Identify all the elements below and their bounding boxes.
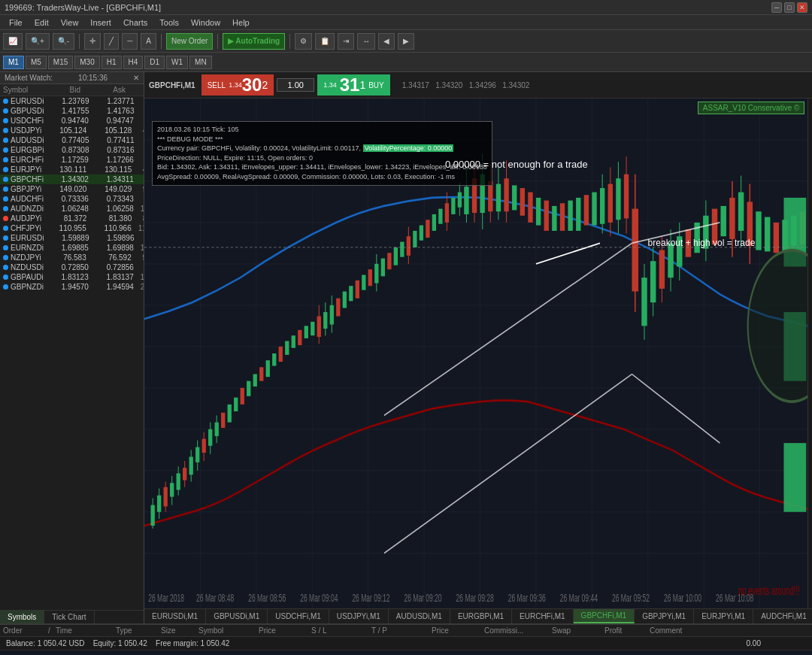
market-watch-row[interactable]: EURJPYi 130.111 130.115 4 xyxy=(0,165,144,174)
text-button[interactable]: A xyxy=(141,33,156,50)
price-axis: 1.34365 1.34340 1.34302 1.34240 1.34215 … xyxy=(807,99,812,608)
mw-close-icon[interactable]: ✕ xyxy=(133,74,139,82)
zoom-in-button[interactable]: 🔍+ xyxy=(26,33,50,50)
market-watch-row[interactable]: GBPCHFi 1.34302 1.34311 9 xyxy=(0,174,144,184)
market-watch-row[interactable]: EURCHFi 1.17259 1.17266 7 xyxy=(0,155,144,165)
market-watch-row[interactable]: GBPAUDi 1.83123 1.83137 14 xyxy=(0,272,144,282)
col-profit[interactable]: Profit xyxy=(604,626,650,635)
close-button[interactable]: ✕ xyxy=(797,2,807,13)
market-watch-row[interactable]: GBPJPYi 149.020 149.029 9 xyxy=(0,184,144,194)
chart-tab-gbpchf[interactable]: GBPCHFi,M1 xyxy=(574,609,635,623)
menu-tools[interactable]: Tools xyxy=(153,18,185,27)
bid-cell: 81.372 xyxy=(41,214,86,223)
crosshair-button[interactable]: ✛ xyxy=(84,33,101,50)
chart-scroll-left[interactable]: ◀ xyxy=(378,33,395,50)
chart-tab-gbpusd[interactable]: GBPUSDi,M1 xyxy=(206,609,268,623)
svg-rect-71 xyxy=(368,269,372,286)
mw-tab-symbols[interactable]: Symbols xyxy=(0,611,44,623)
lot-input[interactable] xyxy=(280,80,311,89)
chart-tab-eurusd[interactable]: EURUSDi,M1 xyxy=(144,609,206,623)
mw-col-bid: Bid xyxy=(35,86,80,94)
timeframe-toolbar: M1 M5 M15 M30 H1 H4 D1 W1 MN xyxy=(0,53,812,72)
balance-row: Balance: 1 050.42 USD Equity: 1 050.42 F… xyxy=(0,637,812,650)
menu-view[interactable]: View xyxy=(55,18,85,27)
maximize-button[interactable]: □ xyxy=(784,2,795,13)
new-order-button[interactable]: New Order xyxy=(166,33,213,50)
market-watch-row[interactable]: AUDUSDi 0.77405 0.77411 6 xyxy=(0,135,144,145)
market-watch-row[interactable]: CHFJPYi 110.955 110.966 11 xyxy=(0,223,144,233)
col-price2[interactable]: Price xyxy=(432,626,484,635)
market-watch-row[interactable]: NZDJPYi 76.583 76.592 9 xyxy=(0,253,144,262)
market-watch-row[interactable]: EURUSDi 1.23769 1.23771 2 xyxy=(0,96,144,106)
svg-rect-54 xyxy=(279,347,283,362)
chart-tab-audusd[interactable]: AUDUSDi,M1 xyxy=(389,609,450,623)
market-watch-row[interactable]: AUDCHFi 0.73336 0.73343 7 xyxy=(0,194,144,204)
col-type[interactable]: Type xyxy=(116,626,161,635)
col-time[interactable]: Time xyxy=(56,626,116,635)
col-commission[interactable]: Commissi... xyxy=(484,626,552,635)
chart-tab-eurjpy[interactable]: EURJPYi,M1 xyxy=(694,609,753,623)
chart-tab-gbpjpy[interactable]: GBPJPYi,M1 xyxy=(635,609,694,623)
market-watch-row[interactable]: GBPUSDi 1.41755 1.41763 8 xyxy=(0,106,144,116)
col-swap[interactable]: Swap xyxy=(552,626,604,635)
tf-mn[interactable]: MN xyxy=(189,56,212,69)
menu-file[interactable]: File xyxy=(3,18,29,27)
chart-tab-audchf[interactable]: AUDCHFi,M1 xyxy=(753,609,812,623)
mw-tab-tick-chart[interactable]: Tick Chart xyxy=(44,611,94,623)
chart-tab-eurchf[interactable]: EURCHFi,M1 xyxy=(512,609,574,623)
svg-rect-145 xyxy=(756,211,761,250)
chart-tab-usdchf[interactable]: USDCHFi,M1 xyxy=(268,609,329,623)
svg-rect-57 xyxy=(298,330,301,345)
hline-button[interactable]: ─ xyxy=(122,33,138,50)
svg-rect-52 xyxy=(266,360,270,377)
market-watch-row[interactable]: EURNZDi 1.69885 1.69898 13 xyxy=(0,243,144,253)
col-order[interactable]: Order xyxy=(3,626,48,635)
zoom-out-button[interactable]: 🔍- xyxy=(53,33,74,50)
menu-insert[interactable]: Insert xyxy=(84,18,117,27)
autotrading-button[interactable]: ▶ AutoTrading xyxy=(223,33,285,50)
tf-d1[interactable]: D1 xyxy=(144,56,165,69)
svg-text:26 Mar 10:00: 26 Mar 10:00 xyxy=(664,591,701,604)
market-watch-row[interactable]: EURGBPi 0.87308 0.87316 8 xyxy=(0,145,144,155)
chart-scroll-right[interactable]: ▶ xyxy=(398,33,414,50)
symbol-tabs: EURUSDi,M1 GBPUSDi,M1 USDCHFi,M1 USDJPYi… xyxy=(144,608,812,623)
market-watch-row[interactable]: AUDNZDi 1.06248 1.06258 10 xyxy=(0,204,144,214)
col-tp[interactable]: T / P xyxy=(371,626,432,635)
chart-tab-eurgbp[interactable]: EURGBPi,M1 xyxy=(450,609,512,623)
menu-help[interactable]: Help xyxy=(226,18,256,27)
menu-edit[interactable]: Edit xyxy=(29,18,55,27)
debug-line5: Bid: 1.34302, Ask: 1.34311, iEnvelopes_u… xyxy=(157,162,487,172)
col-size[interactable]: Size xyxy=(161,626,198,635)
menu-window[interactable]: Window xyxy=(185,18,226,27)
tf-m15[interactable]: M15 xyxy=(48,56,73,69)
indicators-button[interactable]: ⚙ xyxy=(295,33,312,50)
market-watch-row[interactable]: USDJPYi 105.124 105.128 4 xyxy=(0,126,144,135)
templates-button[interactable]: 📋 xyxy=(315,33,335,50)
market-watch-row[interactable]: AUDJPYi 81.372 81.380 8 xyxy=(0,214,144,223)
tf-h1[interactable]: H1 xyxy=(102,56,122,69)
col-price[interactable]: Price xyxy=(259,626,311,635)
new-chart-button[interactable]: 📈 xyxy=(3,33,23,50)
tf-m30[interactable]: M30 xyxy=(74,56,99,69)
tf-m1[interactable]: M1 xyxy=(3,56,24,69)
ask-cell: 149.029 xyxy=(86,185,132,193)
tf-m5[interactable]: M5 xyxy=(26,56,47,69)
chart-shift-button[interactable]: ⇥ xyxy=(338,33,354,50)
market-watch-row[interactable]: GBPNZDi 1.94570 1.94594 24 xyxy=(0,282,144,292)
market-watch-row[interactable]: NZDUSDi 0.72850 0.72856 6 xyxy=(0,262,144,272)
svg-text:26 Mar 09:52: 26 Mar 09:52 xyxy=(612,591,650,604)
chart-canvas[interactable]: 26 Mar 2018 26 Mar 08:48 26 Mar 08:56 26… xyxy=(144,99,807,608)
line-button[interactable]: ╱ xyxy=(104,33,119,50)
col-symbol[interactable]: Symbol xyxy=(198,626,259,635)
minimize-button[interactable]: ─ xyxy=(771,2,782,13)
bid-cell: 149.020 xyxy=(41,185,86,193)
market-watch-row[interactable]: USDCHFi 0.94740 0.94747 7 xyxy=(0,116,144,126)
tf-h4[interactable]: H4 xyxy=(123,56,144,69)
tf-w1[interactable]: W1 xyxy=(166,56,188,69)
col-comment[interactable]: Comment xyxy=(650,626,809,635)
col-sl[interactable]: S / L xyxy=(311,626,371,635)
menu-charts[interactable]: Charts xyxy=(117,18,153,27)
market-watch-row[interactable]: EURUSDi 1.59889 1.59896 7 xyxy=(0,233,144,243)
chart-tab-usdjpy[interactable]: USDJPYi,M1 xyxy=(329,609,389,623)
autoscroll-button[interactable]: ↔ xyxy=(357,33,375,50)
